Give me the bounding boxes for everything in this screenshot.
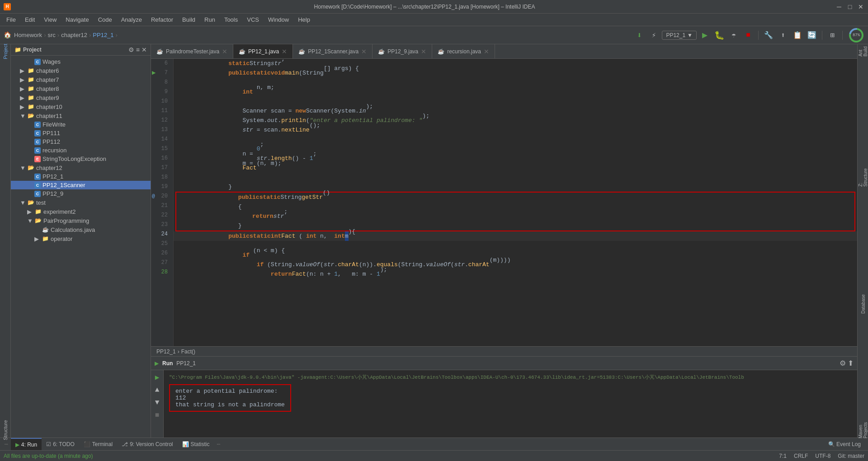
statistic-icon: 📊 xyxy=(182,441,189,447)
maximize-panel-icon[interactable]: ⬆ xyxy=(848,359,854,367)
tab-statistic[interactable]: 📊 Statistic xyxy=(178,438,214,450)
tree-item-stringtoolong[interactable]: E StringTooLongException xyxy=(11,155,151,163)
run-tab-label[interactable]: Run xyxy=(162,360,173,367)
tree-item-pairprogramming[interactable]: ▼ 📂 PairProgramming xyxy=(11,216,151,225)
tree-item-chapter12[interactable]: ▼ 📂 chapter12 xyxy=(11,163,151,172)
close-button[interactable]: ✕ xyxy=(857,3,864,10)
menu-run[interactable]: Run xyxy=(200,15,220,24)
expand-icon[interactable]: ≡ xyxy=(136,46,140,53)
debug-button[interactable]: 🐛 xyxy=(713,29,726,42)
breadcrumb-chapter12[interactable]: chapter12 xyxy=(61,32,87,38)
menu-code[interactable]: Code xyxy=(94,15,117,24)
code-content[interactable]: static String str; public static void ma… xyxy=(174,59,857,346)
tab-close-icon[interactable]: ✕ xyxy=(484,48,489,55)
minimize-button[interactable]: ─ xyxy=(835,3,843,10)
structure-tab-vertical[interactable]: Structure xyxy=(1,426,10,435)
breadcrumb-fact: Fact() xyxy=(181,348,195,355)
menu-vcs[interactable]: VCS xyxy=(242,15,264,24)
tab-close-icon[interactable]: ✕ xyxy=(361,48,367,55)
window-controls[interactable]: ─ □ ✕ xyxy=(835,3,864,10)
gutter: 6 ▶7 8 9 10 11 12 13 14 15 16 17 18 19 @… xyxy=(151,59,174,346)
tab-pp12-1scanner[interactable]: ☕ PP12_1Scanner.java ✕ xyxy=(293,44,373,58)
update-button[interactable]: 🔄 xyxy=(806,29,818,42)
run-play-btn[interactable]: ▶ xyxy=(152,372,163,383)
settings-icon[interactable]: ⚙ xyxy=(840,359,846,367)
menu-build[interactable]: Build xyxy=(178,15,200,24)
coverage-button[interactable]: ☂ xyxy=(727,29,740,42)
history-button[interactable]: 📋 xyxy=(791,29,804,42)
expand-dots-left[interactable]: ⋯ xyxy=(2,441,11,448)
tree-item-calculations[interactable]: ☕ Calculations.java xyxy=(11,225,151,234)
maximize-button[interactable]: □ xyxy=(846,3,854,10)
tree-item-test[interactable]: ▼ 📂 test xyxy=(11,198,151,207)
tab-recursion[interactable]: ☕ recursion.java ✕ xyxy=(432,44,495,58)
ant-build-tab[interactable]: Ant Build xyxy=(859,47,868,56)
tab-pp12-9[interactable]: ☕ PP12_9.java ✕ xyxy=(373,44,432,58)
tree-item-pp112[interactable]: C PP112 xyxy=(11,137,151,146)
tree-item-chapter11[interactable]: ▼ 📂 chapter11 xyxy=(11,111,151,120)
project-tab-vertical[interactable]: Project xyxy=(1,47,10,56)
run-scroll-up-btn[interactable]: ▲ xyxy=(152,385,163,395)
stop-button[interactable]: ■ xyxy=(742,29,755,42)
tree-item-filewrite[interactable]: C FileWrite xyxy=(11,120,151,129)
git-branch[interactable]: Git: master xyxy=(838,453,864,459)
menu-analyze[interactable]: Analyze xyxy=(117,15,146,24)
tree-item-wages[interactable]: C Wages xyxy=(11,57,151,66)
left-side-panel: Project Structure xyxy=(0,44,11,437)
menu-tools[interactable]: Tools xyxy=(220,15,242,24)
tree-item-operator[interactable]: ▶ 📁 operator xyxy=(11,234,151,243)
menu-help[interactable]: Help xyxy=(293,15,315,24)
tree-item-experiment2[interactable]: ▶ 📁 experiment2 xyxy=(11,207,151,216)
menu-navigate[interactable]: Navigate xyxy=(61,15,93,24)
tab-version-control[interactable]: ⎇ 9: Version Control xyxy=(117,438,177,450)
event-log-link[interactable]: 🔍 Event Log xyxy=(828,441,861,447)
tab-close-icon[interactable]: ✕ xyxy=(222,48,227,55)
run-config-dropdown[interactable]: PP12_1 ▼ xyxy=(662,31,697,40)
tab-label: recursion.java xyxy=(447,48,481,55)
z-structure-tab[interactable]: Z: Structure xyxy=(859,173,868,182)
encoding[interactable]: UTF-8 xyxy=(815,453,830,459)
push-button[interactable]: ⬆ xyxy=(777,29,789,42)
code-line-17: Fact(n, m); xyxy=(174,163,857,173)
menu-window[interactable]: Window xyxy=(264,15,293,24)
tree-item-chapter9[interactable]: ▶ 📁 chapter9 xyxy=(11,93,151,102)
tree-item-pp12-9[interactable]: C PP12_9 xyxy=(11,189,151,198)
run-scroll-down-btn[interactable]: ▼ xyxy=(152,397,163,408)
menu-file[interactable]: File xyxy=(2,15,20,24)
tree-item-chapter6[interactable]: ▶ 📁 chapter6 xyxy=(11,66,151,75)
tab-close-icon[interactable]: ✕ xyxy=(421,48,426,55)
tree-item-chapter7[interactable]: ▶ 📁 chapter7 xyxy=(11,75,151,84)
tree-item-chapter8[interactable]: ▶ 📁 chapter8 xyxy=(11,84,151,93)
maven-projects-tab[interactable]: Maven Projects xyxy=(859,426,868,435)
line-ending[interactable]: CRLF xyxy=(794,453,808,459)
tab-palindrometester[interactable]: ☕ PalindromeTester.java ✕ xyxy=(151,44,233,58)
breadcrumb-homework[interactable]: Homework xyxy=(14,32,42,38)
tree-item-pp111[interactable]: C PP111 xyxy=(11,129,151,137)
layout-button[interactable]: ⊞ xyxy=(826,29,839,42)
run-button[interactable]: ▶ xyxy=(698,29,711,42)
download-button[interactable]: ⬇ xyxy=(633,29,646,42)
tab-run[interactable]: ▶ 4: Run xyxy=(11,438,42,450)
tree-item-pp12-1[interactable]: C PP12_1 xyxy=(11,172,151,181)
tab-todo[interactable]: ☑ 6: TODO xyxy=(42,438,79,450)
database-tab[interactable]: Database xyxy=(859,300,868,309)
tab-pp12-1[interactable]: ☕ PP12_1.java ✕ xyxy=(233,44,293,58)
tree-item-pp12-1scanner[interactable]: C PP12_1Scanner xyxy=(11,181,151,189)
tab-close-icon[interactable]: ✕ xyxy=(282,48,287,55)
run-stop-btn[interactable]: ■ xyxy=(152,410,163,421)
tree-item-recursion[interactable]: C recursion xyxy=(11,146,151,155)
search-icon: 🔍 xyxy=(828,441,835,447)
build-button[interactable]: ⚡ xyxy=(647,29,660,42)
tree-item-chapter10[interactable]: ▶ 📁 chapter10 xyxy=(11,102,151,111)
expand-dots-right[interactable]: ⋯ xyxy=(214,441,223,448)
tab-terminal[interactable]: ⬛ Terminal xyxy=(79,438,117,450)
menu-view[interactable]: View xyxy=(39,15,61,24)
menu-edit[interactable]: Edit xyxy=(20,15,39,24)
breadcrumb-pp12[interactable]: PP12_1 xyxy=(93,32,113,38)
hide-panel-icon[interactable]: ✕ xyxy=(142,46,147,53)
breadcrumb-src[interactable]: src xyxy=(47,32,55,38)
position-indicator[interactable]: 7:1 xyxy=(779,453,787,459)
git-button[interactable]: 🔧 xyxy=(762,29,775,42)
menu-refactor[interactable]: Refactor xyxy=(146,15,178,24)
gear-icon[interactable]: ⚙ xyxy=(128,46,134,53)
